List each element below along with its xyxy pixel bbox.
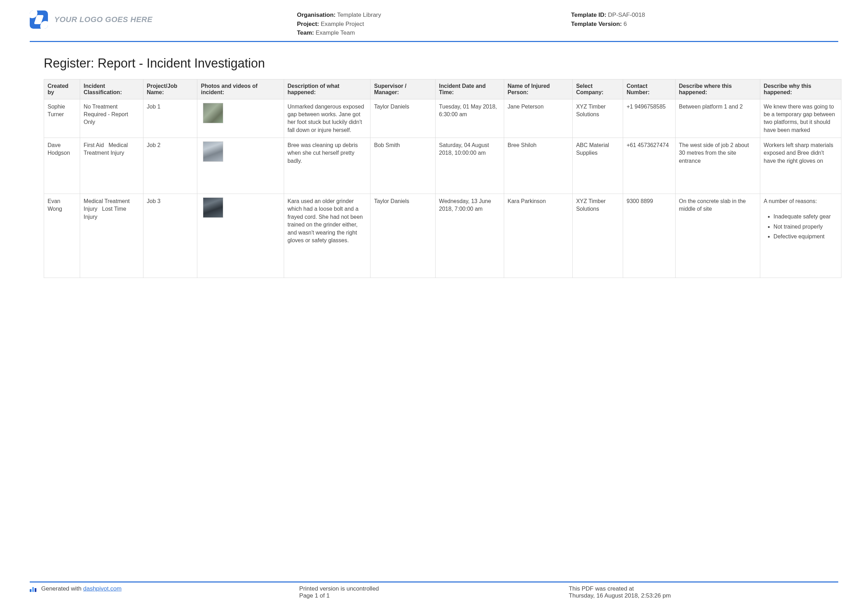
cell-classification: Medical Treatment Injury Lost Time Injur…: [80, 194, 143, 278]
header-meta-center: Organisation: Template Library Project: …: [297, 11, 564, 37]
footer-center: Printed version is uncontrolled Page 1 o…: [299, 585, 569, 599]
why-intro: A number of reasons:: [764, 198, 817, 204]
col-description: Description of what happened:: [284, 79, 370, 99]
cell-datetime: Tuesday, 01 May 2018, 6:30:00 am: [435, 99, 504, 138]
cell-datetime: Saturday, 04 August 2018, 10:00:00 am: [435, 138, 504, 194]
page: YOUR LOGO GOES HERE Organisation: Templa…: [0, 0, 868, 614]
cell-where: Between platform 1 and 2: [675, 99, 760, 138]
cell-why: Workers left sharp materials exposed and…: [760, 138, 841, 194]
header-meta-right: Template ID: DP-SAF-0018 Template Versio…: [571, 11, 838, 28]
col-company: Select Company:: [572, 79, 623, 99]
col-job: Project/Job Name:: [143, 79, 197, 99]
template-id-value: DP-SAF-0018: [608, 12, 645, 18]
list-item: Inadequate safety gear: [773, 213, 837, 221]
cell-description: Bree was cleaning up debris when she cut…: [284, 138, 370, 194]
cell-company: XYZ Timber Solutions: [572, 194, 623, 278]
cell-supervisor: Taylor Daniels: [370, 99, 436, 138]
cell-why: A number of reasons: Inadequate safety g…: [760, 194, 841, 278]
list-item: Not trained properly: [773, 223, 837, 231]
template-version-value: 6: [623, 21, 626, 27]
register-table: Created by Incident Classification: Proj…: [44, 79, 842, 278]
cell-created-by: Evan Wong: [44, 194, 80, 278]
col-where: Describe where this happened:: [675, 79, 760, 99]
cell-supervisor: Bob Smith: [370, 138, 436, 194]
project-label: Project:: [297, 21, 319, 27]
cell-description: Unmarked dangerous exposed gap between w…: [284, 99, 370, 138]
cell-supervisor: Taylor Daniels: [370, 194, 436, 278]
cell-job: Job 1: [143, 99, 197, 138]
cell-description: Kara used an older grinder which had a l…: [284, 194, 370, 278]
page-footer: Generated with dashpivot.com Printed ver…: [30, 581, 838, 599]
team-label: Team:: [297, 30, 314, 36]
team-value: Example Team: [316, 30, 355, 36]
cell-company: XYZ Timber Solutions: [572, 99, 623, 138]
cell-injured: Jane Peterson: [504, 99, 572, 138]
cell-datetime: Wednesday, 13 June 2018, 7:00:00 am: [435, 194, 504, 278]
cell-photos: [197, 138, 284, 194]
cell-classification: No Treatment Required - Report Only: [80, 99, 143, 138]
cell-job: Job 2: [143, 138, 197, 194]
col-injured: Name of Injured Person:: [504, 79, 572, 99]
logo-icon: [30, 11, 48, 29]
cell-why: We knew there was going to be a temporar…: [760, 99, 841, 138]
col-created-by: Created by: [44, 79, 80, 99]
cell-job: Job 3: [143, 194, 197, 278]
photo-thumbnail-icon: [203, 103, 223, 123]
cell-contact: 9300 8899: [623, 194, 676, 278]
cell-company: ABC Material Supplies: [572, 138, 623, 194]
why-reasons-list: Inadequate safety gear Not trained prope…: [773, 213, 837, 241]
table-row: Dave Hodgson First Aid Medical Treatment…: [44, 138, 842, 194]
project-value: Example Project: [321, 21, 364, 27]
organisation-label: Organisation:: [297, 12, 336, 18]
page-title: Register: Report - Incident Investigatio…: [44, 56, 838, 71]
col-why: Describe why this happened:: [760, 79, 841, 99]
footer-created-value: Thursday, 16 August 2018, 2:53:26 pm: [569, 592, 838, 599]
cell-where: On the concrete slab in the middle of si…: [675, 194, 760, 278]
footer-right: This PDF was created at Thursday, 16 Aug…: [569, 585, 838, 599]
organisation-value: Template Library: [337, 12, 381, 18]
cell-photos: [197, 194, 284, 278]
col-photos: Photos and videos of incident:: [197, 79, 284, 99]
page-header: YOUR LOGO GOES HERE Organisation: Templa…: [30, 11, 838, 42]
logo-block: YOUR LOGO GOES HERE: [30, 11, 297, 29]
cell-contact: +1 9496758585: [623, 99, 676, 138]
logo-placeholder-text: YOUR LOGO GOES HERE: [54, 15, 152, 24]
template-version-label: Template Version:: [571, 21, 622, 27]
footer-page: Page 1 of 1: [299, 592, 569, 599]
dashpivot-link[interactable]: dashpivot.com: [83, 585, 122, 592]
cell-created-by: Sophie Turner: [44, 99, 80, 138]
cell-classification: First Aid Medical Treatment Injury: [80, 138, 143, 194]
template-id-label: Template ID:: [571, 12, 606, 18]
photo-thumbnail-icon: [203, 197, 223, 218]
cell-created-by: Dave Hodgson: [44, 138, 80, 194]
cell-injured: Bree Shiloh: [504, 138, 572, 194]
photo-thumbnail-icon: [203, 141, 223, 162]
cell-contact: +61 4573627474: [623, 138, 676, 194]
footer-created-label: This PDF was created at: [569, 585, 838, 592]
table-header-row: Created by Incident Classification: Proj…: [44, 79, 842, 99]
cell-where: The west side of job 2 about 30 metres f…: [675, 138, 760, 194]
table-row: Sophie Turner No Treatment Required - Re…: [44, 99, 842, 138]
col-supervisor: Supervisor / Manager:: [370, 79, 436, 99]
col-datetime: Incident Date and Time:: [435, 79, 504, 99]
col-classification: Incident Classification:: [80, 79, 143, 99]
col-contact: Contact Number:: [623, 79, 676, 99]
cell-photos: [197, 99, 284, 138]
footer-uncontrolled: Printed version is uncontrolled: [299, 585, 569, 592]
footer-left: Generated with dashpivot.com: [30, 585, 299, 599]
table-row: Evan Wong Medical Treatment Injury Lost …: [44, 194, 842, 278]
bar-chart-icon: [30, 586, 37, 592]
list-item: Defective equipment: [773, 233, 837, 241]
cell-injured: Kara Parkinson: [504, 194, 572, 278]
generated-prefix: Generated with: [41, 585, 83, 592]
